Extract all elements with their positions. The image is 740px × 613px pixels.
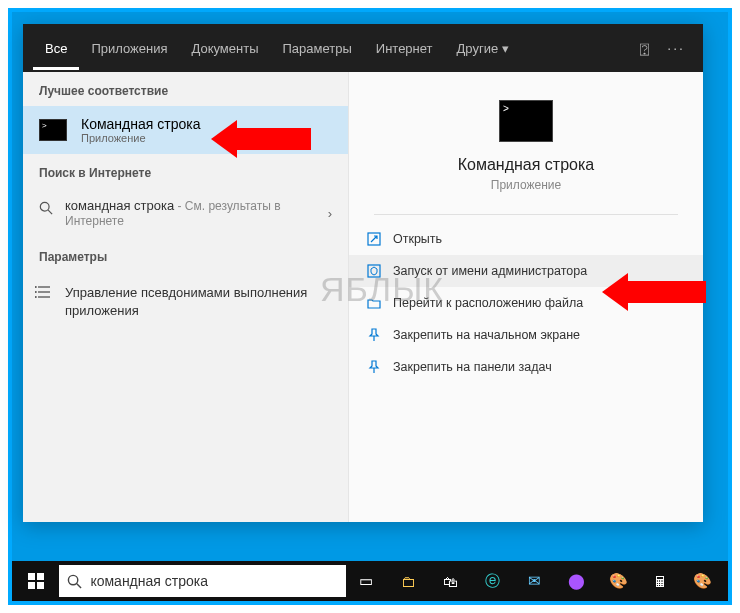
svg-rect-12: [28, 582, 35, 589]
store-icon[interactable]: 🛍: [430, 561, 470, 601]
paint-icon[interactable]: 🎨: [598, 561, 638, 601]
svg-point-7: [35, 296, 37, 298]
settings-label: Параметры: [23, 238, 348, 272]
explorer-icon[interactable]: 🗀: [388, 561, 428, 601]
action-pin-taskbar[interactable]: Закрепить на панели задач: [349, 351, 703, 383]
tab-web[interactable]: Интернет: [364, 27, 445, 70]
best-match-item[interactable]: Командная строка Приложение: [23, 106, 348, 154]
viber-icon[interactable]: ⬤: [556, 561, 596, 601]
results-left-column: Лучшее соответствие Командная строка При…: [23, 72, 348, 522]
web-search-item[interactable]: командная строка - См. результаты в Инте…: [23, 188, 348, 238]
svg-rect-11: [37, 573, 44, 580]
tab-settings[interactable]: Параметры: [270, 27, 363, 70]
search-icon: [67, 574, 82, 589]
action-run-as-admin[interactable]: Запуск от имени администратора: [349, 255, 703, 287]
palette-icon[interactable]: 🎨: [682, 561, 722, 601]
svg-point-5: [35, 286, 37, 288]
taskview-icon[interactable]: ▭: [346, 561, 386, 601]
tab-more-label: Другие: [457, 41, 499, 56]
app-subtitle: Приложение: [491, 178, 561, 192]
cmd-icon: [39, 119, 67, 141]
search-tabs: Все Приложения Документы Параметры Интер…: [23, 24, 703, 72]
settings-item-aliases[interactable]: Управление псевдонимами выполнения прило…: [23, 272, 348, 331]
svg-point-0: [40, 202, 49, 211]
result-preview-pane: Командная строка Приложение Открыть Запу…: [348, 72, 703, 522]
shield-icon: [367, 264, 381, 278]
divider: [374, 214, 678, 215]
more-options-icon[interactable]: ···: [667, 40, 685, 56]
svg-rect-10: [28, 573, 35, 580]
svg-line-15: [77, 583, 81, 587]
pin-icon: [367, 360, 381, 374]
tab-all[interactable]: Все: [33, 27, 79, 70]
app-title: Командная строка: [458, 156, 595, 174]
start-button[interactable]: [12, 561, 59, 601]
action-open[interactable]: Открыть: [349, 223, 703, 255]
feedback-icon[interactable]: ⍰: [640, 40, 649, 57]
open-icon: [367, 232, 381, 246]
svg-rect-13: [37, 582, 44, 589]
taskbar: ▭ 🗀 🛍 ⓔ ✉ ⬤ 🎨 🖩 🎨: [12, 561, 728, 601]
settings-item-label: Управление псевдонимами выполнения прило…: [65, 285, 307, 318]
chevron-down-icon: ▾: [502, 41, 509, 56]
pin-icon: [367, 328, 381, 342]
edge-icon[interactable]: ⓔ: [472, 561, 512, 601]
chevron-right-icon: ›: [328, 206, 332, 221]
mail-icon[interactable]: ✉: [514, 561, 554, 601]
web-search-label: Поиск в Интернете: [23, 154, 348, 188]
app-icon-large: [499, 100, 553, 142]
search-results-panel: Все Приложения Документы Параметры Интер…: [23, 24, 703, 522]
action-pin-start-label: Закрепить на начальном экране: [393, 328, 580, 342]
best-match-subtitle: Приложение: [81, 132, 200, 144]
best-match-title: Командная строка: [81, 116, 200, 132]
tab-documents[interactable]: Документы: [179, 27, 270, 70]
best-match-label: Лучшее соответствие: [23, 72, 348, 106]
action-open-label: Открыть: [393, 232, 442, 246]
search-input[interactable]: [90, 573, 338, 589]
svg-point-6: [35, 291, 37, 293]
svg-line-1: [48, 210, 52, 214]
tab-apps[interactable]: Приложения: [79, 27, 179, 70]
tab-more[interactable]: Другие ▾: [445, 27, 522, 70]
list-icon: [35, 285, 51, 299]
svg-point-14: [69, 575, 78, 584]
folder-icon: [367, 296, 381, 310]
taskbar-search[interactable]: [59, 565, 346, 597]
action-open-location[interactable]: Перейти к расположению файла: [349, 287, 703, 319]
action-pin-taskbar-label: Закрепить на панели задач: [393, 360, 552, 374]
search-icon: [39, 201, 53, 215]
action-open-location-label: Перейти к расположению файла: [393, 296, 583, 310]
web-search-query: командная строка: [65, 198, 174, 213]
calculator-icon[interactable]: 🖩: [640, 561, 680, 601]
action-run-as-admin-label: Запуск от имени администратора: [393, 264, 587, 278]
action-pin-start[interactable]: Закрепить на начальном экране: [349, 319, 703, 351]
